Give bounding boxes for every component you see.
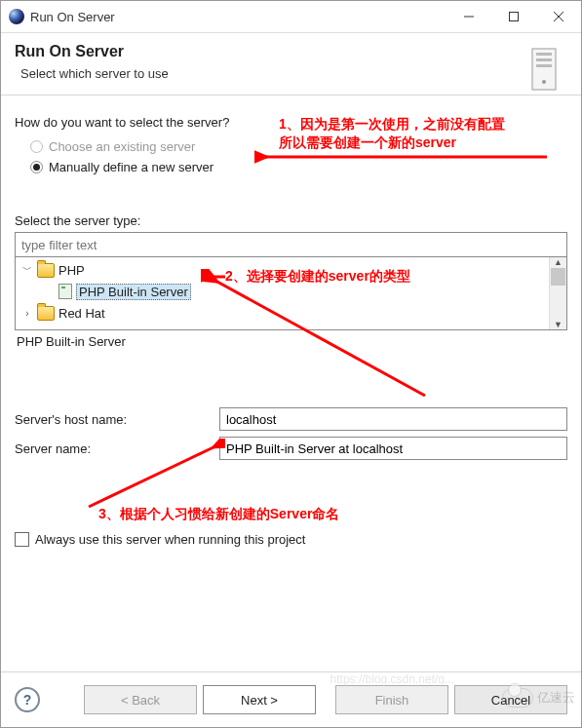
server-name-row: Server name: [15,437,567,460]
dialog-window: Run On Server Run On Server Select which… [0,0,582,728]
tree-label: PHP Built-in Server [76,284,191,300]
scroll-thumb[interactable] [551,268,565,286]
checkbox-icon[interactable] [15,532,29,547]
server-type-tree[interactable]: ﹀ PHP PHP Built-in Server › Red Hat ▲ [15,257,567,330]
host-name-input[interactable] [219,407,567,431]
page-subtitle: Select which server to use [20,66,567,81]
wizard-content: How do you want to select the server? Ch… [1,96,581,547]
host-name-row: Server's host name: [15,407,567,431]
svg-point-8 [542,80,546,84]
radio-label: Manually define a new server [49,160,213,174]
radio-existing-server: Choose an existing server [30,139,567,154]
minimize-button[interactable] [446,1,491,32]
selected-server-type: PHP Built-in Server [17,334,567,349]
help-button[interactable]: ? [15,687,40,712]
radio-icon [30,161,43,173]
server-icon [528,47,563,94]
svg-rect-1 [510,13,519,21]
expand-icon[interactable]: › [21,308,33,319]
tree-node-redhat[interactable]: › Red Hat [16,302,566,324]
tree-node-php-builtin[interactable]: PHP Built-in Server [16,281,566,302]
server-name-input[interactable] [219,437,567,460]
wizard-banner: Run On Server Select which server to use [1,33,581,96]
annotation-3: 3、根据个人习惯给新创建的Server命名 [98,505,339,523]
close-button[interactable] [536,1,581,32]
type-filter-input[interactable] [15,232,567,257]
radio-icon [30,140,43,153]
radio-label: Choose an existing server [49,139,195,154]
tree-label: Red Hat [58,306,105,321]
svg-rect-7 [536,64,552,67]
folder-icon [37,306,55,321]
host-name-label: Server's host name: [15,412,219,427]
svg-rect-5 [536,53,552,56]
server-type-label: Select the server type: [15,213,567,228]
radio-manual-server[interactable]: Manually define a new server [30,160,567,174]
page-title: Run On Server [15,43,567,60]
maximize-button[interactable] [491,1,536,32]
svg-rect-6 [536,58,552,61]
tree-node-php[interactable]: ﹀ PHP [16,259,566,281]
tree-label: PHP [58,263,85,278]
watermark: 亿速云 [502,688,575,708]
wizard-button-bar: ? < Back Next > Finish Cancel [1,671,581,727]
cloud-icon [502,688,533,708]
tree-scrollbar[interactable]: ▲ ▼ [549,257,566,329]
window-title: Run On Server [30,10,115,24]
finish-button: Finish [335,685,448,714]
titlebar: Run On Server [1,1,581,33]
folder-icon [37,263,55,278]
expand-icon[interactable]: ﹀ [21,263,33,277]
eclipse-icon [9,9,24,24]
always-use-label: Always use this server when running this… [35,532,305,547]
selection-question: How do you want to select the server? [15,115,567,130]
watermark-text: 亿速云 [537,689,575,707]
scroll-up-icon[interactable]: ▲ [554,257,563,267]
back-button: < Back [84,685,197,714]
always-use-row[interactable]: Always use this server when running this… [15,532,567,547]
server-type-icon [58,284,72,299]
server-name-label: Server name: [15,441,219,456]
next-button[interactable]: Next > [203,685,316,714]
scroll-down-icon[interactable]: ▼ [554,320,563,329]
